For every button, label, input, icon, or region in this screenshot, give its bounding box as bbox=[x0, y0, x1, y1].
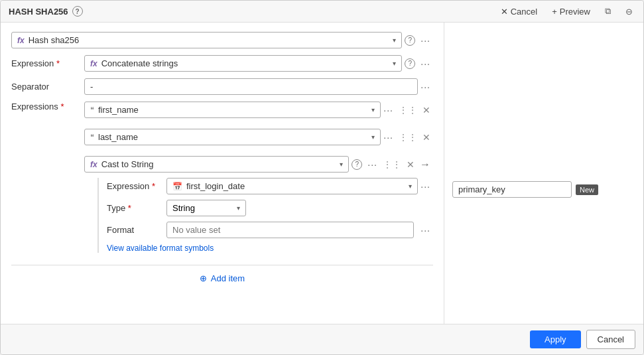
fx-icon: fx bbox=[17, 36, 25, 45]
quote-icon-0: ❝ bbox=[90, 106, 94, 114]
expressions-header-row: Expressions * ❝ first_name ▾ ··· ⋮⋮ ✕ bbox=[11, 102, 433, 259]
expr-select-0[interactable]: ❝ first_name ▾ bbox=[84, 102, 381, 118]
header-help-icon[interactable]: ? bbox=[72, 6, 83, 17]
expression-label: Expression * bbox=[11, 58, 84, 68]
quote-icon-1: ❝ bbox=[90, 133, 94, 141]
arrow-right-icon: → bbox=[420, 159, 430, 171]
add-item-button[interactable]: ⊕ Add item bbox=[194, 271, 250, 286]
expr-dots-1[interactable]: ··· bbox=[381, 131, 396, 144]
expression-fx-icon: fx bbox=[90, 59, 97, 68]
copy-button[interactable]: ⧉ bbox=[602, 5, 613, 18]
expression-item-0: ❝ first_name ▾ ··· ⋮⋮ ✕ bbox=[84, 102, 433, 118]
separator-row: Separator ··· bbox=[11, 78, 433, 95]
apply-button[interactable]: Apply bbox=[530, 330, 581, 348]
right-field-row: New bbox=[452, 181, 635, 198]
cast-to-string-value: Cast to String bbox=[101, 159, 336, 169]
expression-select[interactable]: fx Concatenate strings ▾ bbox=[84, 55, 402, 72]
expr-remove-1[interactable]: ✕ bbox=[420, 131, 433, 144]
expression-help-icon[interactable]: ? bbox=[402, 57, 418, 70]
add-item-plus-icon: ⊕ bbox=[200, 273, 207, 283]
main-function-dots-button[interactable]: ··· bbox=[418, 34, 433, 47]
separator-dots-button[interactable]: ··· bbox=[418, 80, 433, 94]
chevron-down-icon: ▾ bbox=[393, 36, 396, 44]
chevron-icon-0: ▾ bbox=[371, 106, 375, 113]
cast-drag-button[interactable]: ⋮⋮ bbox=[380, 158, 404, 171]
expression-value: Concatenate strings bbox=[101, 58, 389, 68]
nested-expression-label: Expression * bbox=[107, 181, 166, 191]
nested-expression-value: first_login_date bbox=[186, 181, 405, 191]
expressions-label: Expressions * bbox=[11, 102, 84, 111]
nested-type-value: String bbox=[172, 203, 195, 213]
nested-expr-chevron: ▾ bbox=[409, 182, 412, 190]
add-item-container: ⊕ Add item bbox=[11, 271, 433, 286]
hash-sha256-title: HASH SHA256 bbox=[9, 7, 68, 17]
nested-format-row: Format ··· bbox=[107, 222, 433, 238]
right-panel: New bbox=[444, 23, 643, 324]
expr-remove-0[interactable]: ✕ bbox=[420, 104, 433, 117]
x-icon: ✕ bbox=[501, 7, 508, 17]
expression-row: Expression * fx Concatenate strings ▾ ? … bbox=[11, 55, 433, 72]
modal-body: fx Hash sha256 ▾ ? ··· Expression * fx C… bbox=[1, 23, 643, 324]
expression-dots-button[interactable]: ··· bbox=[418, 57, 433, 70]
preview-button[interactable]: + Preview bbox=[549, 5, 593, 18]
nested-format-input[interactable] bbox=[166, 222, 414, 238]
main-function-row: fx Hash sha256 ▾ ? ··· bbox=[11, 32, 433, 48]
nested-expression-dots[interactable]: ··· bbox=[418, 180, 433, 193]
cast-help-icon[interactable]: ? bbox=[349, 158, 365, 171]
main-function-select[interactable]: fx Hash sha256 ▾ bbox=[11, 32, 402, 48]
cast-to-string-section: fx Cast to String ▾ ? ··· ⋮⋮ ✕ → bbox=[84, 156, 433, 259]
right-field-input[interactable] bbox=[452, 181, 572, 198]
chevron-icon-1: ▾ bbox=[371, 133, 375, 141]
nested-type-row: Type * String ▾ bbox=[107, 200, 433, 216]
copy-icon: ⧉ bbox=[605, 6, 611, 17]
separator-label: Separator bbox=[11, 82, 84, 92]
view-format-link[interactable]: View available format symbols bbox=[107, 244, 433, 253]
cast-chevron-icon: ▾ bbox=[340, 161, 343, 168]
modal-container: HASH SHA256 ? ✕ Cancel + Preview ⧉ ⊖ bbox=[0, 0, 644, 355]
cast-to-string-nested: Expression * 📅 first_login_date ▾ ··· bbox=[97, 178, 433, 253]
main-function-value: Hash sha256 bbox=[29, 35, 389, 45]
minus-icon: ⊖ bbox=[625, 7, 633, 17]
expr-select-1[interactable]: ❝ last_name ▾ bbox=[84, 129, 381, 145]
modal-header: HASH SHA256 ? ✕ Cancel + Preview ⧉ ⊖ bbox=[1, 1, 643, 23]
plus-icon: + bbox=[552, 7, 557, 17]
cast-dots-button[interactable]: ··· bbox=[365, 158, 380, 171]
cast-remove-button[interactable]: ✕ bbox=[404, 158, 417, 171]
modal-footer: Apply Cancel bbox=[1, 324, 643, 354]
expr-drag-1[interactable]: ⋮⋮ bbox=[396, 131, 420, 144]
header-right: ✕ Cancel + Preview ⧉ ⊖ bbox=[498, 5, 635, 18]
expression-item-1: ❝ last_name ▾ ··· ⋮⋮ ✕ bbox=[84, 129, 433, 145]
nested-type-select[interactable]: String ▾ bbox=[166, 200, 246, 216]
separator-input[interactable] bbox=[84, 78, 418, 95]
new-badge: New bbox=[576, 184, 598, 195]
nested-type-label: Type * bbox=[107, 203, 166, 213]
cancel-header-button[interactable]: ✕ Cancel bbox=[498, 5, 540, 18]
cast-to-string-row: fx Cast to String ▾ ? ··· ⋮⋮ ✕ → bbox=[84, 156, 433, 173]
expression-chevron-icon: ▾ bbox=[393, 60, 396, 67]
cancel-footer-button[interactable]: Cancel bbox=[586, 330, 635, 349]
divider bbox=[11, 265, 433, 265]
expr-dots-0[interactable]: ··· bbox=[381, 104, 396, 117]
nested-expression-select[interactable]: 📅 first_login_date ▾ bbox=[166, 178, 418, 194]
minus-button[interactable]: ⊖ bbox=[623, 5, 635, 18]
main-function-help-icon[interactable]: ? bbox=[402, 34, 418, 47]
left-panel: fx Hash sha256 ▾ ? ··· Expression * fx C… bbox=[1, 23, 444, 324]
cast-to-string-select[interactable]: fx Cast to String ▾ bbox=[84, 156, 349, 173]
nested-type-chevron: ▾ bbox=[237, 204, 240, 212]
nested-format-label: Format bbox=[107, 225, 166, 235]
nested-expression-row: Expression * 📅 first_login_date ▾ ··· bbox=[107, 178, 433, 194]
nested-format-dots[interactable]: ··· bbox=[418, 224, 433, 237]
cast-fx-icon: fx bbox=[90, 160, 97, 169]
add-item-label: Add item bbox=[211, 273, 245, 283]
expr-drag-0[interactable]: ⋮⋮ bbox=[396, 104, 420, 117]
header-left: HASH SHA256 ? bbox=[9, 6, 83, 17]
date-icon: 📅 bbox=[172, 182, 182, 191]
